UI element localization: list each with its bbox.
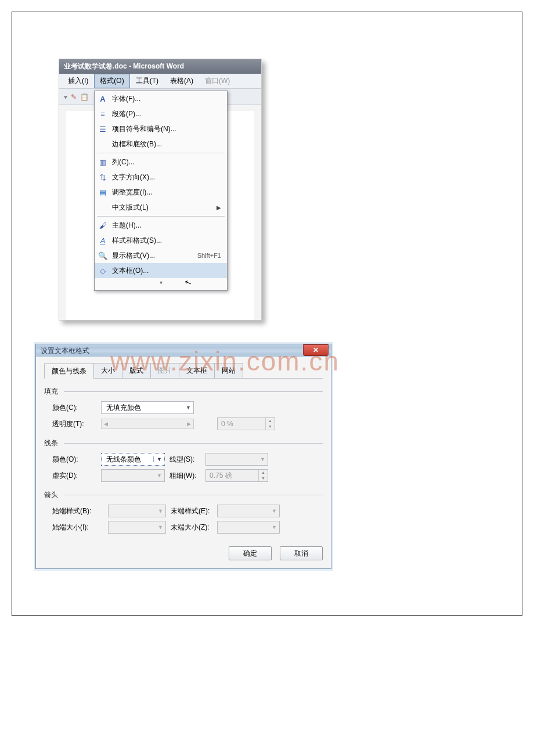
- tab-textbox[interactable]: 文本框: [179, 363, 215, 378]
- menu-item-styles[interactable]: A样式和格式(S)...: [95, 233, 227, 248]
- menu-item-chinese[interactable]: 中文版式(L)▶: [95, 200, 227, 215]
- dash-label: 虚实(D):: [52, 471, 101, 481]
- menu-table[interactable]: 表格(A): [164, 74, 199, 88]
- section-line: 线条: [44, 438, 323, 448]
- section-arrow: 箭头: [44, 490, 323, 500]
- begin-size-combo[interactable]: ▼: [108, 521, 166, 534]
- menu-window[interactable]: 窗口(W): [199, 74, 236, 88]
- menu-item-direction[interactable]: ⇅文字方向(X)...: [95, 170, 227, 185]
- line-style-label: 线型(S):: [165, 455, 205, 465]
- dash-combo[interactable]: ▼: [101, 469, 165, 482]
- tab-strip: 颜色与线条 大小 版式 图片 文本框 网站: [44, 363, 323, 379]
- menu-item-font[interactable]: A字体(F)...: [95, 91, 227, 106]
- tab-colors-lines[interactable]: 颜色与线条: [44, 363, 94, 379]
- list-icon: ☰: [97, 124, 109, 134]
- menu-item-bullets[interactable]: ☰项目符号和编号(N)...: [95, 121, 227, 136]
- format-textbox-dialog: 设置文本框格式 ✕ 颜色与线条 大小 版式 图片 文本框 网站 填充 颜色(C)…: [35, 344, 331, 569]
- weight-label: 粗细(W):: [165, 471, 205, 481]
- tab-size[interactable]: 大小: [93, 363, 122, 378]
- separator: [97, 153, 225, 153]
- menu-item-width[interactable]: ▤调整宽度(I)...: [95, 185, 227, 200]
- width-icon: ▤: [97, 187, 109, 197]
- line-style-combo[interactable]: ▼: [205, 453, 268, 466]
- begin-style-combo[interactable]: ▼: [108, 505, 166, 517]
- line-color-label: 颜色(O):: [52, 455, 101, 465]
- fill-color-label: 颜色(C):: [52, 403, 101, 413]
- format-dropdown: A字体(F)... ≡段落(P)... ☰项目符号和编号(N)... 边框和底纹…: [94, 91, 228, 291]
- separator: [97, 216, 225, 217]
- reveal-icon: 🔍: [97, 250, 109, 261]
- end-size-label: 末端大小(Z):: [166, 523, 217, 532]
- word-window: 业考试数学试卷.doc - Microsoft Word 插入(I) 格式(O)…: [59, 59, 262, 321]
- paragraph-icon: ≡: [97, 109, 109, 119]
- menu-item-textbox[interactable]: ◇文本框(O)...: [95, 263, 227, 278]
- line-color-combo[interactable]: 无线条颜色▼: [101, 453, 165, 466]
- cancel-button[interactable]: 取消: [280, 546, 323, 560]
- menu-format[interactable]: 格式(O): [94, 74, 129, 88]
- end-style-label: 末端样式(E):: [166, 506, 217, 516]
- menu-item-columns[interactable]: ▥列(C)...: [95, 154, 227, 170]
- menu-item-borders[interactable]: 边框和底纹(B)...: [95, 136, 227, 152]
- dialog-title-bar: 设置文本框格式 ✕: [36, 344, 331, 357]
- section-fill: 填充: [44, 387, 323, 397]
- menu-insert[interactable]: 插入(I): [62, 74, 94, 88]
- window-title: 业考试数学试卷.doc - Microsoft Word: [64, 62, 184, 70]
- menu-tools[interactable]: 工具(T): [130, 74, 164, 88]
- transparency-label: 透明度(T):: [52, 419, 101, 429]
- close-button[interactable]: ✕: [303, 344, 329, 356]
- menu-item-paragraph[interactable]: ≡段落(P)...: [95, 106, 227, 121]
- title-bar: 业考试数学试卷.doc - Microsoft Word: [59, 59, 261, 74]
- expand-icon[interactable]: ▾: [95, 278, 227, 287]
- end-size-combo[interactable]: ▼: [217, 521, 280, 534]
- tab-picture[interactable]: 图片: [150, 363, 179, 378]
- transparency-spin[interactable]: 0 %▲▼: [217, 417, 275, 430]
- textbox-icon: ◇: [97, 265, 109, 276]
- menu-bar: 插入(I) 格式(O) 工具(T) 表格(A) 窗口(W): [59, 74, 261, 89]
- ok-button[interactable]: 确定: [229, 546, 272, 560]
- font-icon: A: [97, 93, 109, 104]
- border-icon: [97, 139, 109, 149]
- tab-web[interactable]: 网站: [214, 363, 243, 378]
- direction-icon: ⇅: [97, 172, 109, 182]
- dialog-title: 设置文本框格式: [41, 346, 89, 356]
- transparency-slider[interactable]: ◀▶: [101, 419, 194, 429]
- menu-item-theme[interactable]: 🖌主题(H)...: [95, 218, 227, 233]
- begin-size-label: 始端大小(I):: [52, 523, 108, 532]
- weight-spin[interactable]: 0.75 磅▲▼: [205, 469, 268, 482]
- theme-icon: 🖌: [97, 220, 109, 231]
- begin-style-label: 始端样式(B):: [52, 506, 108, 516]
- styles-icon: A: [97, 235, 109, 246]
- chinese-icon: [97, 202, 109, 213]
- columns-icon: ▥: [97, 157, 109, 167]
- tab-layout[interactable]: 版式: [122, 363, 151, 378]
- end-style-combo[interactable]: ▼: [217, 505, 280, 517]
- menu-item-reveal[interactable]: 🔍显示格式(V)...Shift+F1: [95, 248, 227, 263]
- fill-color-combo[interactable]: 无填充颜色▼: [101, 401, 194, 414]
